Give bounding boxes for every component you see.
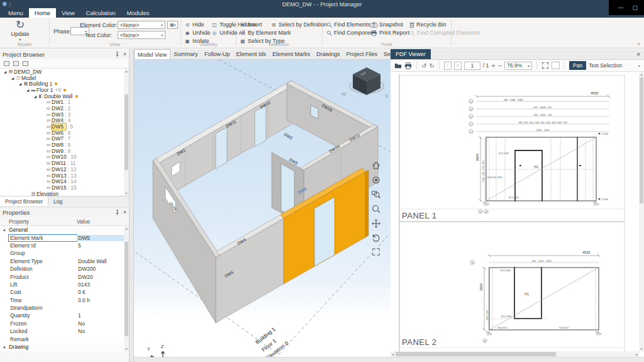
property-row-element-mark[interactable]: Element MarkDW5 xyxy=(0,234,129,241)
collapse-ribbon-icon[interactable]: ∧ xyxy=(637,42,640,47)
section-collapse-icon[interactable]: ▲ xyxy=(0,345,9,349)
text-color-select[interactable]: <None> ▾ xyxy=(118,31,165,39)
tab-element-marks[interactable]: Element Marks xyxy=(269,49,313,59)
marquee-zoom-icon[interactable] xyxy=(552,62,560,69)
scroll-thumb[interactable] xyxy=(396,352,556,356)
menu-button[interactable]: Menu xyxy=(3,8,29,18)
snapshot-button[interactable]: Snapshot xyxy=(370,21,403,28)
zoom-level-select[interactable]: 76.9% ▾ xyxy=(504,62,532,70)
tree-node-dw15[interactable]: ▭DW15: 15 xyxy=(0,184,129,191)
tree-node-elevation[interactable]: ▥ Elevation xyxy=(0,191,129,196)
scroll-up-icon[interactable]: ▲ xyxy=(125,227,128,230)
tree-node-dw10[interactable]: ▭DW10: 10 xyxy=(0,154,129,161)
zoom-in-icon[interactable]: + xyxy=(491,62,495,69)
tree-node-floor[interactable]: ◢ ▬ Floor 1 +0 xyxy=(0,87,129,93)
by-element-mark-button[interactable]: ▭ By Element Mark xyxy=(240,30,291,36)
property-row-time[interactable]: Time0.0 h xyxy=(0,297,129,304)
expand-arrow-icon[interactable]: ◢ xyxy=(10,76,15,80)
expand-arrow-icon[interactable]: ◢ xyxy=(18,82,23,86)
section-drawing[interactable]: ▲ Drawing xyxy=(0,343,129,351)
pdf-horizontal-scrollbar[interactable]: ◄ ► xyxy=(391,351,639,357)
zoom-out-icon[interactable]: − xyxy=(498,62,502,69)
find-elements-button[interactable]: Find Elements xyxy=(326,21,370,28)
print-report-button[interactable]: Print Report xyxy=(370,30,409,36)
pan-icon[interactable] xyxy=(371,218,381,229)
property-row-frozen[interactable]: FrozenNo xyxy=(0,320,129,327)
tab-project-files[interactable]: Project Files xyxy=(343,49,380,59)
rotate-icon[interactable] xyxy=(371,233,381,243)
next-page-icon[interactable]: › xyxy=(454,62,462,70)
section-general[interactable]: ▲ General xyxy=(0,226,129,234)
tree-node-dw3[interactable]: ▭DW3: 3 xyxy=(0,111,129,118)
tree-node-dw5-selected[interactable]: ▭DW5: 5 xyxy=(0,123,129,130)
property-row-locked[interactable]: LockedNo xyxy=(0,327,129,335)
scroll-down-icon[interactable]: ▼ xyxy=(125,347,128,351)
tree-node-dw1[interactable]: ▭DW1: 1 xyxy=(0,99,129,105)
update-button[interactable]: ↻ Update ▾ xyxy=(5,20,35,45)
tab-pdf-viewer[interactable]: PDF Viewer xyxy=(391,49,431,59)
pan-tool-button[interactable]: Pan xyxy=(569,61,586,70)
expand-arrow-icon[interactable]: ◢ xyxy=(33,94,38,98)
tree-node-dw9[interactable]: ▭DW9: 9 xyxy=(0,148,129,154)
tab-project-browser[interactable]: Project Browser xyxy=(0,196,48,206)
zoom-icon[interactable] xyxy=(371,204,381,214)
element-color-select[interactable]: <None> ▾ xyxy=(118,21,165,29)
rotate-cw-icon[interactable]: ↻ xyxy=(429,62,434,69)
find-corrupted-elements-button[interactable]: Find Corrupted Elements xyxy=(409,30,480,36)
fullscreen-icon[interactable] xyxy=(372,247,380,256)
pin-icon[interactable] xyxy=(115,210,119,215)
scroll-thumb[interactable] xyxy=(125,242,128,336)
tree-node-dw4[interactable]: ▭DW4: 4 xyxy=(0,118,129,124)
tab-modules[interactable]: Modules xyxy=(121,8,155,18)
tree-node-dw7[interactable]: ▭DW7: 7 xyxy=(0,136,129,142)
open-file-icon[interactable] xyxy=(394,62,402,69)
minimize-button[interactable]: — xyxy=(618,5,623,11)
tree-node-dw12[interactable]: ▭DW12: 12 xyxy=(0,166,129,173)
tab-log[interactable]: Log xyxy=(48,196,67,206)
column-property[interactable]: Property xyxy=(9,218,77,225)
property-row-element-id[interactable]: Element Id5 xyxy=(0,242,129,249)
tree-node-dw2[interactable]: ▭DW2: 2 xyxy=(0,105,129,111)
tab-element-ids[interactable]: Element Ids xyxy=(233,49,269,59)
tab-follow-up[interactable]: Follow-Up xyxy=(201,49,233,59)
maximize-button[interactable]: ▢ xyxy=(632,5,638,11)
tree-node-dw6[interactable]: ▭DW6: 6 xyxy=(0,130,129,136)
column-value[interactable]: Value xyxy=(77,218,90,225)
recycle-bin-button[interactable]: Recycle Bin xyxy=(409,21,447,28)
unhide-button[interactable]: ◉ Unhide xyxy=(184,30,211,36)
property-row-definition[interactable]: DefinitionDW200 xyxy=(0,265,129,273)
tree-tool-icon[interactable] xyxy=(13,61,19,66)
tree-node-dw8[interactable]: ▭DW8: 8 xyxy=(0,142,129,148)
tab-calculation[interactable]: Calculation xyxy=(80,8,121,18)
page-number-input[interactable]: 1 xyxy=(464,62,480,70)
properties-scrollbar[interactable]: ▲ ▼ xyxy=(124,226,129,351)
tree-tool-icon[interactable] xyxy=(23,61,28,66)
property-row-strandpattern[interactable]: Strandpattern xyxy=(0,304,129,312)
scroll-up-icon[interactable]: ▲ xyxy=(125,69,128,73)
hide-button[interactable]: ⊘ Hide xyxy=(184,21,204,28)
scroll-down-icon[interactable]: ▼ xyxy=(640,347,643,351)
zoom-window-icon[interactable] xyxy=(371,189,381,200)
property-row-element-type[interactable]: Element TypeDouble Wall xyxy=(0,257,129,265)
tab-model-view[interactable]: Model View xyxy=(134,49,170,59)
text-selection-tool[interactable]: Text Selection xyxy=(589,62,622,69)
property-row-quantity[interactable]: Quantity1 xyxy=(0,312,129,319)
home-icon[interactable] xyxy=(371,161,381,171)
tree-node-building[interactable]: ◢ ▦ Building 1 xyxy=(0,81,129,87)
scroll-left-icon[interactable]: ◄ xyxy=(391,353,394,356)
rotate-ccw-icon[interactable]: ↺ xyxy=(421,62,426,69)
chevron-down-icon[interactable]: ▾ xyxy=(638,64,640,68)
scroll-up-icon[interactable]: ▲ xyxy=(640,72,643,76)
tree-node-dw14[interactable]: ▭DW14: 14 xyxy=(0,178,129,184)
close-icon[interactable]: × xyxy=(633,49,644,59)
scroll-down-icon[interactable]: ▼ xyxy=(125,191,128,195)
property-row-group[interactable]: Group xyxy=(0,249,129,257)
close-icon[interactable]: × xyxy=(123,51,126,57)
select-by-definition-button[interactable]: ⊞ Select by Definition xyxy=(270,21,327,28)
tree-node-dw13[interactable]: ▭DW13: 13 xyxy=(0,173,129,179)
pdf-vertical-scrollbar[interactable]: ▲ ▼ xyxy=(639,72,644,351)
model-viewport[interactable]: DW1 DW11 DW12 DW2 DW15 DW13 DW14 DW3 DW5… xyxy=(134,60,391,362)
property-row-cost[interactable]: Cost0 € xyxy=(0,288,129,296)
tree-tool-icon[interactable] xyxy=(4,61,9,66)
invert-button[interactable]: ⇄ Invert xyxy=(240,21,262,28)
